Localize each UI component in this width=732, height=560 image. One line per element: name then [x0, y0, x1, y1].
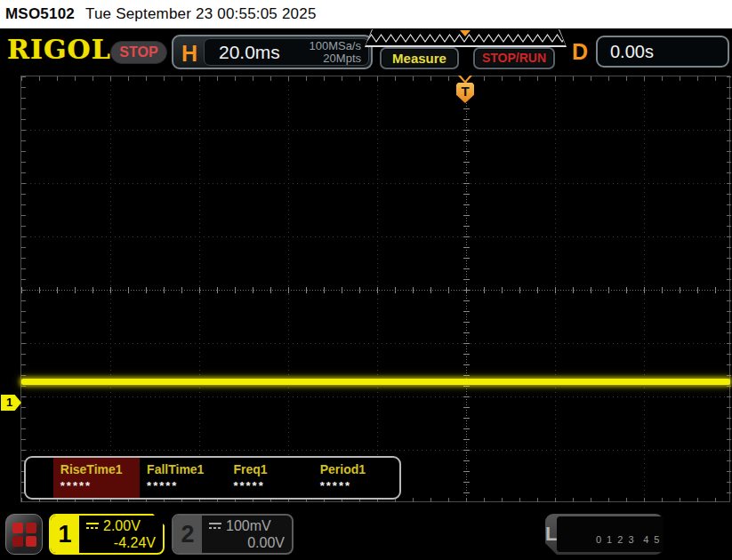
- channel2-scale: 100mV: [226, 518, 271, 534]
- timebase-value: 20.0ms: [219, 42, 280, 63]
- logic-channels-badge[interactable]: L 0 1 2 3 4 5 6 7 8 9 1011 12131415: [545, 514, 664, 555]
- horizontal-settings-button[interactable]: H 20.0ms 100MSa/s 20Mpts: [172, 35, 373, 69]
- measurement-label: FallTime1: [147, 462, 226, 476]
- waveform-overview-strip[interactable]: [365, 29, 567, 47]
- measurement-label: Freq1: [233, 462, 312, 476]
- oscilloscope-screen: MSO5102 Tue September 23 00:55:05 2025 R…: [0, 0, 732, 560]
- stop-run-button[interactable]: STOP/RUN: [473, 47, 555, 69]
- delay-value: 0.00s: [610, 42, 654, 62]
- measure-button[interactable]: Measure: [380, 47, 459, 69]
- measurement-value: *****: [233, 479, 312, 492]
- channel2-number: 2: [173, 516, 202, 553]
- logic-row1: 0 1 2 3 4 5 6 7: [596, 534, 682, 545]
- run-state-badge: STOP: [110, 41, 167, 64]
- channel1-number: 1: [51, 516, 79, 553]
- dc-coupling-icon: [209, 523, 221, 530]
- status-bar: MSO5102 Tue September 23 00:55:05 2025: [0, 0, 732, 28]
- measurement-label: RiseTime1: [60, 462, 140, 476]
- waveform-display-area: T 1 RiseTime1 ***** FallTime1 ***** Freq…: [0, 76, 732, 502]
- grid-icon: [12, 523, 23, 533]
- waveform-overview-bg: [366, 29, 566, 45]
- bottom-bar: 1 2.00V -4.24V 2 100mV 0.00V L: [0, 502, 732, 560]
- graticule: [20, 76, 730, 502]
- delay-settings-button[interactable]: D 0.00s: [564, 35, 731, 69]
- toolbar: RIGOL STOP H 20.0ms 100MSa/s 20Mpts Meas…: [0, 28, 732, 76]
- measurement-value: *****: [147, 479, 226, 492]
- channel1-badge[interactable]: 1 2.00V -4.24V: [49, 514, 165, 555]
- measurement-label: Period1: [320, 462, 399, 476]
- timebase-box: 20.0ms 100MSa/s 20Mpts: [204, 38, 369, 66]
- overview-trigger-position-icon[interactable]: [460, 30, 471, 36]
- channel2-offset: 0.00V: [209, 535, 285, 551]
- delay-value-box: 0.00s: [596, 36, 729, 68]
- measurement-item-risetime[interactable]: RiseTime1 *****: [53, 458, 140, 498]
- memory-depth: 20Mpts: [323, 52, 361, 65]
- channel1-trace: [21, 379, 730, 385]
- measurement-item-period[interactable]: Period1 *****: [313, 458, 399, 498]
- measurement-item-falltime[interactable]: FallTime1 *****: [140, 458, 226, 498]
- horizontal-h-icon: H: [181, 41, 197, 67]
- rigol-logo: RIGOL: [7, 36, 111, 63]
- channel1-scale: 2.00V: [103, 518, 141, 534]
- measurement-value: *****: [60, 479, 140, 492]
- logic-l-icon: L: [545, 514, 557, 555]
- sample-rate: 100MSa/s: [309, 39, 361, 52]
- windows-menu-button[interactable]: [5, 514, 43, 555]
- date-time: Tue September 23 00:55:05 2025: [85, 5, 317, 23]
- measurement-value: *****: [320, 479, 399, 492]
- dc-coupling-icon: [86, 523, 99, 530]
- channel2-badge[interactable]: 2 100mV 0.00V: [172, 514, 294, 555]
- measurement-item-freq[interactable]: Freq1 *****: [226, 458, 312, 498]
- measurement-panel: RiseTime1 ***** FallTime1 ***** Freq1 **…: [24, 456, 401, 500]
- acquisition-info: 100MSa/s 20Mpts: [309, 40, 361, 65]
- delay-d-icon: D: [572, 39, 588, 65]
- channel1-offset: -4.24V: [86, 535, 156, 551]
- channel1-offset-marker[interactable]: 1: [1, 395, 21, 411]
- model-name: MSO5102: [5, 5, 75, 23]
